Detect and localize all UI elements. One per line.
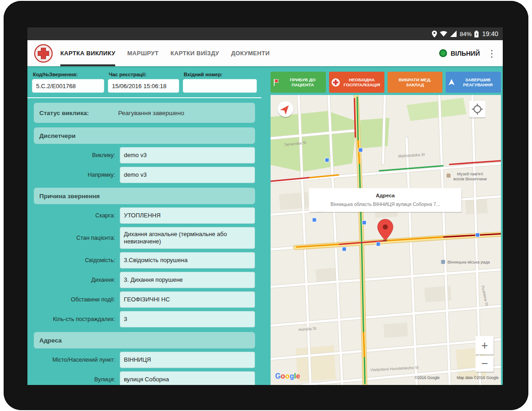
city-field[interactable]: ВІННИЦЯ <box>120 352 255 368</box>
code-label: Код/№Звернення: <box>33 72 104 77</box>
tab-bar: КАРТКА ВИКЛИКУ МАРШРУТ КАРТКИ ВИЇЗДУ ДОК… <box>60 40 270 66</box>
form-row: Дихання: 3. Дихання порушене <box>34 272 255 288</box>
tab-kartky-vyizdu[interactable]: КАРТКИ ВИЇЗДУ <box>170 40 219 66</box>
street-field[interactable]: вулиця Соборна <box>120 371 255 385</box>
info-window-title: Адреса <box>376 193 395 198</box>
navigation-icon <box>448 79 455 86</box>
form-row: Вулиця: вулиця Соборна <box>34 371 255 385</box>
consciousness-label: Свідомість: <box>34 257 120 263</box>
dispatcher-direction-field[interactable]: demo v3 <box>120 167 255 183</box>
consciousness-field[interactable]: 3.Свідомість порушена <box>120 252 255 269</box>
registration-time-label: Час реєстрації: <box>109 72 179 77</box>
signal-icon <box>450 31 457 37</box>
patient-state-label: Стан пацієнта: <box>34 235 120 241</box>
tablet-bezel: 84% 19:40 КАРТКА ВИКЛИКУ МАРШРУТ КАРТКИ … <box>4 1 528 410</box>
arrived-to-patient-button[interactable]: ПРИБУВ ДО ПАЦІЄНТА <box>271 72 326 93</box>
flag-icon <box>273 79 280 86</box>
svg-text:воїнів Вінниччини: воїнів Вінниччини <box>453 177 487 181</box>
dispatcher-call-label: Виклику: <box>34 152 120 158</box>
svg-text:Музей пам'яті: Музей пам'яті <box>457 172 483 176</box>
code-field[interactable]: 5.С.2/Е001768 <box>32 79 104 93</box>
map[interactable]: Tamanska St Mahistratska St Hoholia St V… <box>271 95 501 385</box>
section-address: Адреса <box>34 332 255 348</box>
form-row: Скарга: УТОПЛЕННЯ <box>34 207 255 224</box>
section-reason: Причина звернення <box>34 188 255 204</box>
patient-state-field[interactable]: Дихання агональне (термінальне або невиз… <box>120 227 255 249</box>
form-row: Напрямку: demo v3 <box>34 167 255 183</box>
form-row: Місто/Населений пункт: ВІННИЦЯ <box>34 352 255 368</box>
divider <box>27 97 261 98</box>
compass-button[interactable] <box>278 101 293 118</box>
call-card-form: Код/№Звернення: 5.С.2/Е001768 Час реєстр… <box>27 66 261 385</box>
form-row: Обставини події: ГЕОФІЗИЧНІ НС <box>34 291 255 308</box>
tab-marshrut[interactable]: МАРШРУТ <box>127 40 159 66</box>
section-dispatchers: Диспетчери <box>34 127 255 144</box>
complaint-label: Скарга: <box>34 212 120 219</box>
circumstances-label: Обставини події: <box>34 296 120 303</box>
battery-icon <box>474 31 479 37</box>
breathing-label: Дихання: <box>34 277 120 283</box>
tab-dokumenty[interactable]: ДОКУМЕНТИ <box>231 40 270 66</box>
status-dot-icon <box>439 49 447 57</box>
availability-status-button[interactable]: ВІЛЬНИЙ <box>439 40 480 66</box>
main-content: Код/№Звернення: 5.С.2/Е001768 Час реєстр… <box>27 66 503 385</box>
call-status-row: Статус виклика: Реагування завершено <box>34 103 255 123</box>
victims-count-field[interactable]: 3 <box>120 311 255 327</box>
hospitalization-button[interactable]: НЕОБХІДНА ГОСПІТАЛІЗАЦІЯ <box>329 72 384 93</box>
finish-response-button[interactable]: ЗАВЕРШИВ РЕАГУВАННЯ <box>446 72 501 93</box>
complaint-field[interactable]: УТОПЛЕННЯ <box>120 207 255 224</box>
app-logo-icon <box>34 44 53 63</box>
wifi-icon <box>440 31 447 37</box>
city-label: Місто/Населений пункт: <box>34 357 120 363</box>
breathing-field[interactable]: 3. Дихання порушене <box>120 272 255 288</box>
map-panel: ПРИБУВ ДО ПАЦІЄНТА НЕОБХІДНА ГОСПІТАЛІЗА… <box>261 66 503 385</box>
dispatcher-call-field[interactable]: demo v3 <box>120 147 255 163</box>
incoming-number-label: Вхідний номер: <box>184 72 257 77</box>
museum-poi-icon <box>447 174 451 178</box>
map-attribution: Map data ©2016 Google <box>457 375 499 380</box>
my-location-button[interactable] <box>469 101 486 118</box>
dispatcher-direction-label: Напрямку: <box>34 172 120 178</box>
circumstances-field[interactable]: ГЕОФІЗИЧНІ НС <box>120 291 255 308</box>
zoom-in-icon[interactable]: + <box>481 339 488 352</box>
clock: 19:40 <box>482 30 498 37</box>
choose-facility-button[interactable]: ВИБРАТИ МЕД. ЗАКЛАД <box>388 72 443 93</box>
google-logo[interactable]: Google <box>275 372 300 380</box>
street-label: Вулиця: <box>34 376 120 383</box>
incoming-number-field[interactable] <box>183 79 257 93</box>
status-bar: 84% 19:40 <box>27 27 503 40</box>
info-window-subtitle: Вінницька область ВІННИЦЯ вулиця Соборна… <box>330 202 440 207</box>
form-row: Кіль-сть постраждалих: 3 <box>34 311 255 327</box>
map-copyright: ©2016 Google <box>415 375 440 380</box>
overflow-menu-icon: ⋮ <box>487 48 496 59</box>
availability-status-label: ВІЛЬНИЙ <box>451 50 480 57</box>
svg-text:Вінницька міська рада: Вінницька міська рада <box>447 260 490 264</box>
header-fields: Код/№Звернення: 5.С.2/Е001768 Час реєстр… <box>27 70 261 93</box>
cityhall-poi-icon <box>441 260 445 264</box>
call-status-value: Реагування завершено <box>118 110 184 116</box>
form-row: Свідомість: 3.Свідомість порушена <box>34 252 255 269</box>
battery-percent: 84% <box>460 31 472 37</box>
form-row: Виклику: demo v3 <box>34 147 255 163</box>
screen: 84% 19:40 КАРТКА ВИКЛИКУ МАРШРУТ КАРТКИ … <box>27 27 503 385</box>
action-buttons: ПРИБУВ ДО ПАЦІЄНТА НЕОБХІДНА ГОСПІТАЛІЗА… <box>271 72 501 93</box>
form-row: Стан пацієнта: Дихання агональне (термін… <box>34 227 255 249</box>
zoom-out-icon[interactable]: − <box>481 357 488 370</box>
zoom-controls: + − <box>475 336 494 373</box>
location-icon <box>432 31 437 37</box>
medical-cross-icon <box>331 78 340 87</box>
overflow-menu-button[interactable]: ⋮ <box>480 40 497 66</box>
registration-time-field[interactable]: 15/06/2016 15:06:18 <box>108 79 179 93</box>
victims-count-label: Кіль-сть постраждалих: <box>34 316 120 322</box>
map-svg: Tamanska St Mahistratska St Hoholia St V… <box>271 95 501 385</box>
tab-kartka-vyklyku[interactable]: КАРТКА ВИКЛИКУ <box>60 40 115 66</box>
app-toolbar: КАРТКА ВИКЛИКУ МАРШРУТ КАРТКИ ВИЇЗДУ ДОК… <box>27 40 503 66</box>
call-status-label: Статус виклика: <box>39 110 89 116</box>
map-info-window[interactable]: Адреса Вінницька область ВІННИЦЯ вулиця … <box>309 188 462 213</box>
